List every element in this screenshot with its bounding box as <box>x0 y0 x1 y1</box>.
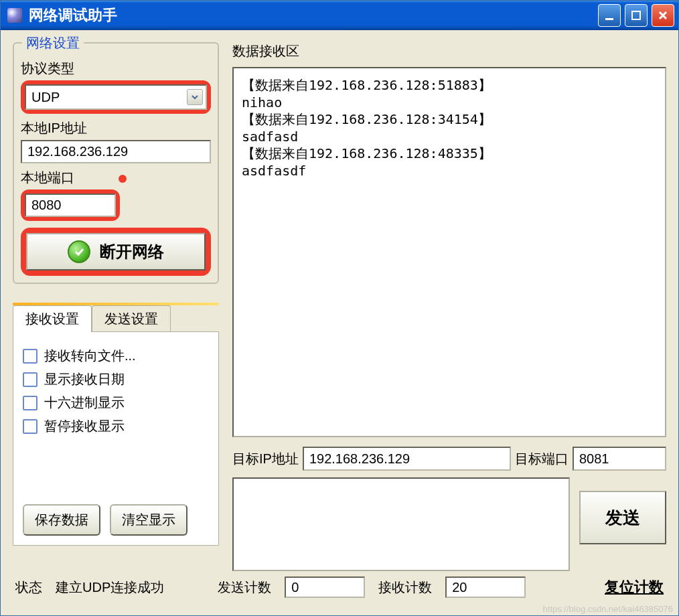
protocol-select[interactable]: UDP <box>25 84 207 110</box>
hex-display-checkbox[interactable] <box>23 396 37 410</box>
pause-display-label: 暂停接收显示 <box>44 417 125 435</box>
network-settings-legend: 网络设置 <box>22 34 84 52</box>
recv-area[interactable]: 【数据来自192.168.236.128:51883】 nihao 【数据来自1… <box>232 67 666 437</box>
show-date-checkbox[interactable] <box>23 372 37 387</box>
svg-rect-0 <box>605 18 613 20</box>
local-ip-input[interactable] <box>21 140 211 163</box>
window-title: 网络调试助手 <box>29 5 598 25</box>
window-buttons <box>598 4 674 27</box>
send-count-value[interactable] <box>285 576 365 598</box>
tab-recv-settings[interactable]: 接收设置 <box>13 305 92 332</box>
recv-area-label: 数据接收区 <box>232 42 666 60</box>
recv-settings-panel: 接收转向文件... 显示接收日期 十六进制显示 暂停接收显示 <box>13 331 219 546</box>
maximize-button[interactable] <box>625 4 648 27</box>
protocol-type-label: 协议类型 <box>21 60 211 78</box>
recv-count-label: 接收计数 <box>378 579 432 597</box>
status-text: 建立UDP连接成功 <box>56 579 164 597</box>
send-text-input[interactable] <box>232 477 570 571</box>
titlebar: 网络调试助手 <box>1 1 678 30</box>
app-window: 网络调试助手 网络设置 协议类型 <box>0 0 679 616</box>
target-row: 目标IP地址 目标端口 <box>232 447 666 471</box>
network-settings-group: 网络设置 协议类型 UDP 本地IP地址 <box>13 42 219 284</box>
reset-count-link[interactable]: 复位计数 <box>605 577 664 597</box>
port-highlight <box>21 189 120 221</box>
settings-tabs: 接收设置 发送设置 接收转向文件... 显示接收日期 <box>13 303 219 546</box>
status-label: 状态 <box>15 579 42 597</box>
target-port-label: 目标端口 <box>515 450 569 468</box>
minimize-button[interactable] <box>598 4 621 27</box>
local-port-input[interactable] <box>25 194 116 217</box>
target-port-input[interactable] <box>573 447 666 471</box>
tab-send-settings[interactable]: 发送设置 <box>92 305 171 332</box>
send-row: 发送 <box>232 477 666 571</box>
send-button[interactable]: 发送 <box>579 491 666 544</box>
save-data-button[interactable]: 保存数据 <box>23 504 100 536</box>
client-area: 网络设置 协议类型 UDP 本地IP地址 <box>1 30 678 615</box>
redirect-file-label: 接收转向文件... <box>44 347 136 365</box>
send-count-label: 发送计数 <box>218 579 271 597</box>
disconnect-highlight: 断开网络 <box>21 228 211 276</box>
local-port-label: 本地端口 <box>21 169 211 187</box>
watermark: https://blog.csdn.net/kai46385076 <box>543 604 673 614</box>
app-icon <box>7 8 22 23</box>
clear-display-button[interactable]: 清空显示 <box>110 504 187 536</box>
target-ip-label: 目标IP地址 <box>232 450 299 468</box>
redirect-file-checkbox[interactable] <box>23 349 37 364</box>
pause-display-checkbox[interactable] <box>23 419 37 434</box>
local-ip-label: 本地IP地址 <box>21 119 211 137</box>
hex-display-label: 十六进制显示 <box>44 394 125 412</box>
target-ip-input[interactable] <box>303 447 511 471</box>
protocol-highlight: UDP <box>21 80 211 114</box>
disconnect-button[interactable]: 断开网络 <box>26 233 206 271</box>
red-dot-icon <box>119 175 127 183</box>
check-circle-icon <box>68 240 90 263</box>
close-button[interactable] <box>652 4 674 27</box>
status-bar: 状态 建立UDP连接成功 发送计数 接收计数 复位计数 <box>13 571 666 598</box>
show-date-label: 显示接收日期 <box>44 370 125 388</box>
svg-rect-1 <box>632 11 640 19</box>
recv-count-value[interactable] <box>445 576 526 598</box>
